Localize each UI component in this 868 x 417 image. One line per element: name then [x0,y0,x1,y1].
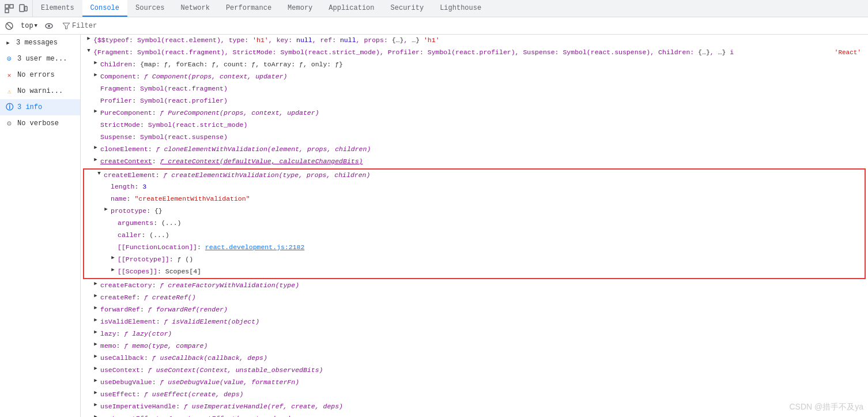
console-line[interactable]: Fragment: Symbol(react.fragment) [81,83,868,95]
expand-arrow-icon[interactable]: ▼ [85,47,92,54]
svg-rect-3 [20,5,24,12]
warning-icon: ⚠ [5,87,14,96]
sidebar-item-verbose[interactable]: ⚙ No verbose [0,115,80,132]
inspect-element-icon[interactable] [3,3,15,14]
console-line[interactable]: ▶ lazy: ƒ lazy(ctor) [81,328,868,340]
console-line[interactable]: [[FunctionLocation]]: react.development.… [84,242,865,254]
svg-rect-4 [25,6,27,11]
console-line[interactable]: ▶ PureComponent: ƒ PureComponent(props, … [81,107,868,119]
tab-console[interactable]: Console [82,0,127,17]
expand-arrow-icon[interactable]: ▶ [92,108,99,115]
filter-button[interactable]: Filter [58,21,101,31]
console-line[interactable]: ▶ createFactory: ƒ createFactoryWithVali… [81,280,868,292]
console-line[interactable]: ▶ useContext: ƒ useContext(Context, unst… [81,365,868,377]
sidebar-item-warnings[interactable]: ⚠ No warni... [0,83,80,99]
expand-arrow-icon[interactable]: ▶ [92,59,99,66]
expand-arrow-icon[interactable]: ▶ [103,206,110,213]
tab-memory[interactable]: Memory [280,0,320,17]
console-line[interactable]: Suspense: Symbol(react.suspense) [81,132,868,144]
svg-rect-1 [5,9,9,13]
line-content: isValidElement: ƒ isValidElement(object) [100,317,259,327]
console-line[interactable]: ▶ Component: ƒ Component(props, context,… [81,71,868,83]
console-line[interactable]: Profiler: Symbol(react.profiler) [81,95,868,107]
verbose-icon: ⚙ [5,119,14,128]
tab-security[interactable]: Security [383,0,432,17]
tab-elements[interactable]: Elements [33,0,82,17]
console-line[interactable]: ▼ {Fragment: Symbol(react.fragment), Str… [81,47,868,59]
console-line[interactable]: caller: (...) [84,230,865,242]
expand-arrow-icon[interactable]: ▶ [92,156,99,163]
context-dropdown-icon: ▼ [35,23,37,29]
sidebar-item-messages[interactable]: ▶ 3 messages [0,35,80,51]
line-content: useLayoutEffect: ƒ useLayoutEffect(creat… [100,414,291,417]
function-location-link[interactable]: react.development.js:2182 [205,243,305,251]
expand-arrow-icon[interactable]: ▶ [92,414,99,417]
expand-arrow-icon[interactable]: ▶ [92,144,99,151]
expand-arrow-icon[interactable]: ▶ [92,329,99,336]
expand-arrow-icon[interactable]: ▶ [92,377,99,384]
sidebar-item-errors-label: No errors [17,71,55,79]
console-line[interactable]: ▶ cloneElement: ƒ cloneElementWithValida… [81,144,868,156]
tab-lighthouse[interactable]: Lighthouse [432,0,489,17]
console-line[interactable]: ▶ useDebugValue: ƒ useDebugValue(value, … [81,377,868,389]
expand-arrow-icon[interactable]: ▶ [110,254,116,261]
expand-arrow-icon[interactable]: ▶ [92,317,99,324]
expand-arrow-icon[interactable]: ▶ [92,353,99,360]
toolbar: top ▼ Filter [0,17,868,35]
expand-arrow-icon[interactable]: ▶ [110,266,116,273]
console-line[interactable]: ▶ memo: ƒ memo(type, compare) [81,340,868,352]
console-line[interactable]: ▶ createContext: ƒ createContext(default… [81,156,868,168]
expand-arrow-icon[interactable]: ▶ [92,292,99,299]
tab-performance[interactable]: Performance [218,0,280,17]
console-line[interactable]: ▶ [[Prototype]]: ƒ () [84,254,865,266]
console-line[interactable]: ▶ useEffect: ƒ useEffect(create, deps) [81,389,868,401]
line-content: useCallback: ƒ useCallback(callback, dep… [100,353,267,363]
svg-marker-9 [63,23,70,29]
console-line[interactable]: ▶ createRef: ƒ createRef() [81,292,868,304]
devtools-icons [0,0,33,17]
expand-arrow-icon[interactable]: ▶ [92,72,99,78]
sidebar: ▶ 3 messages ⊙ 3 user me... ✕ No errors … [0,35,81,417]
clear-console-icon[interactable] [3,20,15,32]
console-line[interactable]: ▶ prototype: {} [84,205,865,217]
tab-sources[interactable]: Sources [127,0,172,17]
console-line[interactable]: ▶ useLayoutEffect: ƒ useLayoutEffect(cre… [81,413,868,417]
sidebar-item-errors[interactable]: ✕ No errors [0,67,80,83]
sidebar-item-user-messages[interactable]: ⊙ 3 user me... [0,51,80,67]
console-line[interactable]: arguments: (...) [84,217,865,230]
device-mode-icon[interactable] [17,3,29,14]
context-selector[interactable]: top ▼ [18,21,40,31]
line-content: {Fragment: Symbol(react.fragment), Stric… [93,47,734,58]
tab-application[interactable]: Application [320,0,382,17]
expand-arrow-icon[interactable]: ▶ [92,341,99,348]
expand-arrow-icon[interactable]: ▶ [92,305,99,311]
expand-arrow-icon[interactable]: ▶ [92,401,99,408]
line-content: createRef: ƒ createRef() [100,292,196,303]
expand-arrow-icon[interactable]: ▶ [92,389,99,396]
console-line[interactable]: ▶ useImperativeHandle: ƒ useImperativeHa… [81,401,868,413]
expand-arrow-icon[interactable]: ▶ [85,35,92,42]
console-line[interactable]: ▶ {$$typeof: Symbol(react.element), type… [81,35,868,47]
console-area[interactable]: ▶ {$$typeof: Symbol(react.element), type… [81,35,868,417]
console-line[interactable]: length: 3 [84,181,865,193]
console-line[interactable]: ▶ isValidElement: ƒ isValidElement(objec… [81,316,868,328]
svg-rect-2 [10,5,13,8]
console-line[interactable]: ▶ forwardRef: ƒ forwardRef(render) [81,304,868,316]
sidebar-item-info[interactable]: ⓘ 3 info [0,99,80,115]
console-line[interactable]: ▶ useCallback: ƒ useCallback(callback, d… [81,352,868,365]
console-line[interactable]: name: "createElementWithValidation" [84,193,865,205]
console-line[interactable]: ▶ [[Scopes]]: Scopes[4] [84,266,865,278]
line-content: [[FunctionLocation]]: react.development.… [118,242,304,253]
tab-network[interactable]: Network [172,0,217,17]
expand-arrow-icon[interactable]: ▼ [96,170,103,177]
expand-arrow-icon[interactable]: ▶ [92,365,99,372]
eye-icon[interactable] [43,20,55,32]
user-icon: ⊙ [5,54,14,63]
line-content: [[Scopes]]: Scopes[4] [118,266,201,277]
console-line-create-element[interactable]: ▼ createElement: ƒ createElementWithVali… [84,170,865,181]
console-line[interactable]: StrictMode: Symbol(react.strict_mode) [81,119,868,132]
expand-arrow-icon[interactable]: ▶ [92,280,99,287]
filter-icon [63,22,70,29]
sidebar-item-verbose-label: No verbose [17,119,59,127]
console-line[interactable]: ▶ Children: {map: ƒ, forEach: ƒ, count: … [81,59,868,71]
